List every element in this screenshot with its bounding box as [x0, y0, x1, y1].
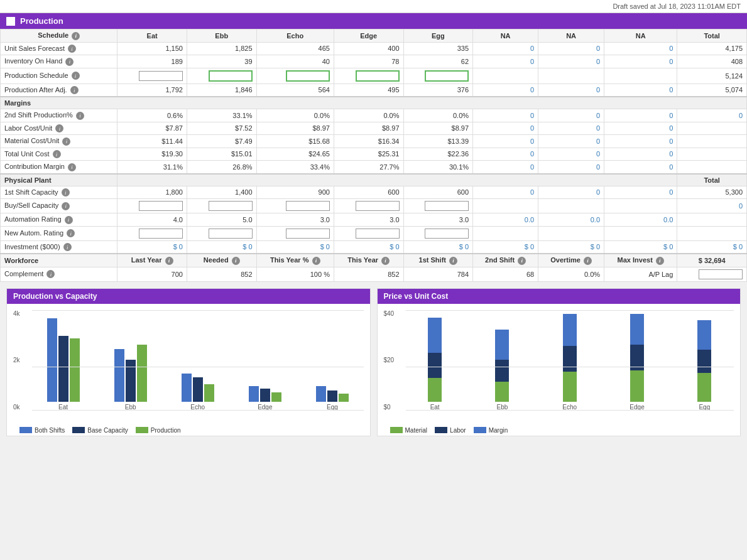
pvc-echo-prod [204, 384, 214, 402]
mcu-na1: 0 [473, 135, 538, 148]
nar-eat-input[interactable]: 4.0 [139, 229, 183, 239]
ar-na3: 0.0 [604, 213, 677, 227]
pvc-both-color [19, 427, 32, 433]
s2p-na3: 0 [604, 109, 677, 122]
bsc-egg-cell: 0 [403, 199, 473, 213]
ar-edge: 3.0 [334, 213, 403, 227]
paa-info-icon[interactable]: i [70, 86, 79, 94]
pvuc-echo-margin [563, 314, 577, 346]
ar-echo: 3.0 [256, 213, 334, 227]
bsc-info-icon[interactable]: i [62, 202, 70, 210]
pvc-egg-base [327, 390, 337, 402]
col-na2: NA [538, 30, 604, 43]
lcu-info-icon[interactable]: i [55, 124, 63, 132]
ps-total: 5,124 [677, 68, 747, 83]
s2p-label: 2nd Shift Production% i [1, 109, 117, 122]
physical-plant-total-header: Total [677, 174, 747, 186]
nar-ebb-input[interactable]: 5.0 [209, 229, 253, 239]
usf-eat: 1,150 [117, 42, 187, 55]
buy-sell-capacity-row: Buy/Sell Capacity i 0 0 0 0 0 0 [1, 199, 747, 213]
ps-ebb-input[interactable]: 1864 [209, 70, 253, 82]
unit-sales-label: Unit Sales Forecast i [1, 42, 117, 55]
wf-1s-info[interactable]: i [449, 257, 457, 265]
comp-info-icon[interactable]: i [46, 270, 55, 278]
wf-needed: Needed i [187, 254, 256, 267]
pvuc-eat-stack [428, 314, 442, 402]
new-autom-rating-row: New Autom. Rating i 4.0 5.0 3.0 3.0 3.0 [1, 226, 747, 240]
schedule-info-icon[interactable]: i [72, 32, 80, 40]
nar-total [677, 226, 747, 240]
s2p-total: 0 [677, 109, 747, 122]
cm-info-icon[interactable]: i [68, 163, 76, 171]
wf-ot-info[interactable]: i [584, 257, 592, 265]
shift2-production-row: 2nd Shift Production% i 0.6% 33.1% 0.0% … [1, 109, 747, 122]
pvc-legend-both: Both Shifts [19, 427, 65, 434]
ps-edge-input[interactable]: 500 [356, 70, 400, 82]
wf-ty-info[interactable]: i [381, 257, 390, 265]
tuc-info-icon[interactable]: i [53, 150, 61, 158]
s2p-edge: 0.0% [334, 109, 403, 122]
nar-edge-input[interactable]: 3.0 [356, 229, 400, 239]
ps-eat-input[interactable]: 1810 [139, 71, 183, 81]
mcu-info-icon[interactable]: i [62, 137, 70, 146]
usf-info-icon[interactable]: i [68, 45, 76, 53]
lcu-na2: 0 [538, 122, 604, 135]
inv-na1: $ 0 [473, 240, 538, 254]
tuc-na1: 0 [473, 148, 538, 161]
ioh-ebb: 39 [187, 55, 256, 68]
complement-row: Complement i 700 852 100 % 852 784 68 0.… [1, 267, 747, 281]
pvuc-edge-material [630, 370, 644, 402]
column-headers: Schedule i Eat Ebb Echo Edge Egg NA NA N… [1, 30, 747, 43]
ar-info-icon[interactable]: i [65, 216, 73, 224]
ap-lag-input[interactable]: 30 [699, 269, 743, 279]
ps-info-icon[interactable]: i [72, 72, 80, 80]
wf-mi-info[interactable]: i [656, 257, 664, 265]
paa-echo: 564 [256, 83, 334, 97]
pvuc-egg-material [697, 373, 711, 402]
comp-this-year: 852 [334, 267, 403, 281]
wf-ly-info[interactable]: i [165, 257, 173, 265]
workforce-header-row: Workforce Last Year i Needed i This Year… [1, 254, 747, 267]
s1c-info-icon[interactable]: i [62, 188, 70, 197]
s2p-echo: 0.0% [256, 109, 334, 122]
wf-typ-info[interactable]: i [312, 257, 320, 265]
s2p-info-icon[interactable]: i [76, 112, 84, 120]
col-echo: Echo [256, 30, 334, 43]
nar-egg-input[interactable]: 3.0 [425, 229, 469, 239]
pvuc-ebb-stack [495, 326, 509, 402]
s1c-na1: 0 [473, 186, 538, 199]
wf-1st-shift: 1st Shift i [403, 254, 473, 267]
bsc-echo-input[interactable]: 0 [286, 201, 330, 211]
ps-na3 [604, 68, 677, 83]
ioh-info-icon[interactable]: i [65, 58, 74, 66]
bsc-ebb-input[interactable]: 0 [209, 201, 253, 211]
charts-section: Production vs Capacity 4k 2k 0k [0, 282, 747, 443]
s2p-ebb: 33.1% [187, 109, 256, 122]
bsc-edge-input[interactable]: 0 [356, 201, 400, 211]
inv-info-icon[interactable]: i [63, 243, 72, 251]
wf-last-year: Last Year i [117, 254, 187, 267]
lcu-echo: $8.97 [256, 122, 334, 135]
pvuc-legend-labor: Labor [435, 427, 466, 434]
lcu-ebb: $7.52 [187, 122, 256, 135]
nar-echo-input[interactable]: 3.0 [286, 229, 330, 239]
wf-2s-info[interactable]: i [518, 257, 526, 265]
ps-egg-input[interactable]: 380 [425, 70, 469, 82]
tuc-total [677, 148, 747, 161]
pvuc-ebb-material [495, 382, 509, 402]
nar-info-icon[interactable]: i [67, 229, 75, 237]
wf-needed-info[interactable]: i [232, 257, 240, 265]
bsc-echo-cell: 0 [256, 199, 334, 213]
tuc-egg: $22.36 [403, 148, 473, 161]
bsc-eat-input[interactable]: 0 [139, 201, 183, 211]
cm-edge: 27.7% [334, 161, 403, 174]
total-unit-cost-row: Total Unit Cost i $19.30 $15.01 $24.65 $… [1, 148, 747, 161]
pvuc-material-color [390, 427, 403, 433]
tuc-na2: 0 [538, 148, 604, 161]
ps-egg-cell: 380 [403, 68, 473, 83]
ar-ebb: 5.0 [187, 213, 256, 227]
bsc-egg-input[interactable]: 0 [425, 201, 469, 211]
ps-echo-input[interactable]: 570 [286, 70, 330, 82]
physical-plant-header-row: Physical Plant Total [1, 174, 747, 186]
tuc-na3: 0 [604, 148, 677, 161]
